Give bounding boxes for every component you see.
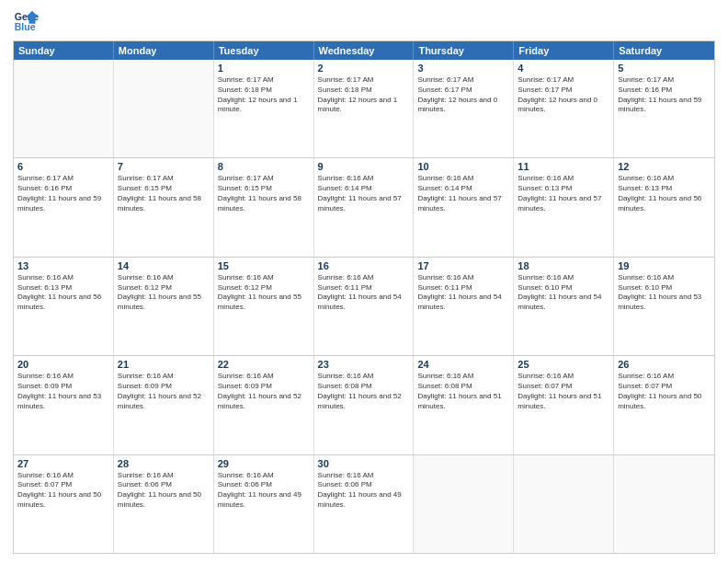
day-number: 18: [518, 260, 609, 271]
calendar-header: SundayMondayTuesdayWednesdayThursdayFrid…: [14, 41, 714, 60]
cal-cell: 8 Sunrise: 6:17 AM Sunset: 6:15 PM Dayli…: [214, 158, 314, 256]
day-info: Sunrise: 6:16 AM Sunset: 6:11 PM Dayligh…: [318, 273, 410, 313]
header-day-friday: Friday: [514, 41, 614, 60]
cal-cell: 9 Sunrise: 6:16 AM Sunset: 6:14 PM Dayli…: [314, 158, 415, 256]
cal-cell: [14, 60, 114, 157]
cal-cell: 19 Sunrise: 6:16 AM Sunset: 6:10 PM Dayl…: [614, 258, 714, 355]
day-number: 8: [218, 161, 310, 172]
cal-cell: 25 Sunrise: 6:16 AM Sunset: 6:07 PM Dayl…: [514, 356, 614, 454]
cal-cell: [414, 455, 514, 553]
cal-cell: 20 Sunrise: 6:16 AM Sunset: 6:09 PM Dayl…: [14, 356, 114, 454]
day-info: Sunrise: 6:16 AM Sunset: 6:06 PM Dayligh…: [318, 471, 410, 511]
day-info: Sunrise: 6:16 AM Sunset: 6:07 PM Dayligh…: [518, 372, 609, 411]
day-info: Sunrise: 6:17 AM Sunset: 6:15 PM Dayligh…: [218, 174, 310, 213]
day-number: 4: [518, 63, 609, 74]
day-number: 7: [118, 161, 210, 172]
cal-cell: 27 Sunrise: 6:16 AM Sunset: 6:07 PM Dayl…: [14, 455, 114, 553]
header-day-saturday: Saturday: [614, 41, 714, 60]
day-number: 13: [17, 260, 109, 271]
day-number: 6: [17, 161, 109, 172]
day-number: 20: [17, 359, 109, 370]
day-number: 24: [417, 359, 509, 370]
logo: General Blue: [13, 9, 39, 35]
day-number: 28: [118, 458, 210, 469]
header-day-tuesday: Tuesday: [214, 41, 314, 60]
cal-cell: 24 Sunrise: 6:16 AM Sunset: 6:08 PM Dayl…: [414, 356, 514, 454]
day-number: 30: [318, 458, 410, 469]
day-number: 15: [218, 260, 310, 271]
day-info: Sunrise: 6:16 AM Sunset: 6:12 PM Dayligh…: [118, 273, 210, 313]
week-row-1: 1 Sunrise: 6:17 AM Sunset: 6:18 PM Dayli…: [14, 60, 714, 157]
day-number: 22: [218, 359, 310, 370]
cal-cell: 15 Sunrise: 6:16 AM Sunset: 6:12 PM Dayl…: [214, 258, 314, 355]
day-number: 27: [17, 458, 109, 469]
cal-cell: 6 Sunrise: 6:17 AM Sunset: 6:16 PM Dayli…: [14, 158, 114, 256]
header-day-thursday: Thursday: [414, 41, 514, 60]
day-info: Sunrise: 6:16 AM Sunset: 6:10 PM Dayligh…: [618, 273, 711, 313]
cal-cell: 11 Sunrise: 6:16 AM Sunset: 6:13 PM Dayl…: [514, 158, 614, 256]
day-number: 29: [218, 458, 310, 469]
cal-cell: 4 Sunrise: 6:17 AM Sunset: 6:17 PM Dayli…: [514, 60, 614, 157]
week-row-2: 6 Sunrise: 6:17 AM Sunset: 6:16 PM Dayli…: [14, 157, 714, 256]
cal-cell: 16 Sunrise: 6:16 AM Sunset: 6:11 PM Dayl…: [314, 258, 415, 355]
cal-cell: [514, 455, 614, 553]
day-info: Sunrise: 6:16 AM Sunset: 6:07 PM Dayligh…: [618, 372, 711, 411]
day-info: Sunrise: 6:16 AM Sunset: 6:09 PM Dayligh…: [17, 372, 109, 411]
week-row-5: 27 Sunrise: 6:16 AM Sunset: 6:07 PM Dayl…: [14, 454, 714, 553]
cal-cell: 29 Sunrise: 6:16 AM Sunset: 6:06 PM Dayl…: [214, 455, 314, 553]
cal-cell: 12 Sunrise: 6:16 AM Sunset: 6:13 PM Dayl…: [614, 158, 714, 256]
week-row-3: 13 Sunrise: 6:16 AM Sunset: 6:13 PM Dayl…: [14, 257, 714, 355]
day-info: Sunrise: 6:16 AM Sunset: 6:13 PM Dayligh…: [618, 174, 711, 213]
day-number: 3: [417, 63, 509, 74]
logo-icon: General Blue: [13, 9, 39, 35]
calendar-body: 1 Sunrise: 6:17 AM Sunset: 6:18 PM Dayli…: [14, 60, 714, 553]
cal-cell: [114, 60, 214, 157]
day-info: Sunrise: 6:16 AM Sunset: 6:08 PM Dayligh…: [417, 372, 509, 411]
cal-cell: 18 Sunrise: 6:16 AM Sunset: 6:10 PM Dayl…: [514, 258, 614, 355]
day-number: 1: [218, 63, 310, 74]
cal-cell: 26 Sunrise: 6:16 AM Sunset: 6:07 PM Dayl…: [614, 356, 714, 454]
day-number: 11: [518, 161, 609, 172]
day-info: Sunrise: 6:16 AM Sunset: 6:08 PM Dayligh…: [318, 372, 410, 411]
week-row-4: 20 Sunrise: 6:16 AM Sunset: 6:09 PM Dayl…: [14, 355, 714, 454]
day-info: Sunrise: 6:16 AM Sunset: 6:09 PM Dayligh…: [218, 372, 310, 411]
day-info: Sunrise: 6:16 AM Sunset: 6:06 PM Dayligh…: [218, 471, 310, 511]
cal-cell: [614, 455, 714, 553]
header-day-wednesday: Wednesday: [314, 41, 415, 60]
cal-cell: 7 Sunrise: 6:17 AM Sunset: 6:15 PM Dayli…: [114, 158, 214, 256]
day-number: 26: [618, 359, 711, 370]
day-info: Sunrise: 6:16 AM Sunset: 6:07 PM Dayligh…: [17, 471, 109, 511]
page: General Blue SundayMondayTuesdayWednesda…: [0, 0, 728, 563]
header-day-sunday: Sunday: [14, 41, 114, 60]
day-info: Sunrise: 6:17 AM Sunset: 6:16 PM Dayligh…: [17, 174, 109, 213]
day-info: Sunrise: 6:16 AM Sunset: 6:10 PM Dayligh…: [518, 273, 609, 313]
day-info: Sunrise: 6:16 AM Sunset: 6:09 PM Dayligh…: [118, 372, 210, 411]
day-number: 25: [518, 359, 609, 370]
cal-cell: 23 Sunrise: 6:16 AM Sunset: 6:08 PM Dayl…: [314, 356, 415, 454]
day-info: Sunrise: 6:16 AM Sunset: 6:11 PM Dayligh…: [417, 273, 509, 313]
day-info: Sunrise: 6:17 AM Sunset: 6:17 PM Dayligh…: [417, 75, 509, 115]
day-info: Sunrise: 6:16 AM Sunset: 6:14 PM Dayligh…: [318, 174, 410, 213]
day-number: 21: [118, 359, 210, 370]
header: General Blue: [13, 9, 715, 35]
cal-cell: 5 Sunrise: 6:17 AM Sunset: 6:16 PM Dayli…: [614, 60, 714, 157]
day-info: Sunrise: 6:17 AM Sunset: 6:17 PM Dayligh…: [518, 75, 609, 115]
day-info: Sunrise: 6:16 AM Sunset: 6:12 PM Dayligh…: [218, 273, 310, 313]
cal-cell: 10 Sunrise: 6:16 AM Sunset: 6:14 PM Dayl…: [414, 158, 514, 256]
day-info: Sunrise: 6:17 AM Sunset: 6:15 PM Dayligh…: [118, 174, 210, 213]
day-info: Sunrise: 6:17 AM Sunset: 6:18 PM Dayligh…: [218, 75, 310, 115]
day-number: 12: [618, 161, 711, 172]
cal-cell: 2 Sunrise: 6:17 AM Sunset: 6:18 PM Dayli…: [314, 60, 415, 157]
cal-cell: 3 Sunrise: 6:17 AM Sunset: 6:17 PM Dayli…: [414, 60, 514, 157]
day-number: 17: [417, 260, 509, 271]
day-number: 23: [318, 359, 410, 370]
day-info: Sunrise: 6:16 AM Sunset: 6:13 PM Dayligh…: [518, 174, 609, 213]
cal-cell: 30 Sunrise: 6:16 AM Sunset: 6:06 PM Dayl…: [314, 455, 415, 553]
cal-cell: 14 Sunrise: 6:16 AM Sunset: 6:12 PM Dayl…: [114, 258, 214, 355]
cal-cell: 22 Sunrise: 6:16 AM Sunset: 6:09 PM Dayl…: [214, 356, 314, 454]
day-number: 10: [417, 161, 509, 172]
calendar: SundayMondayTuesdayWednesdayThursdayFrid…: [13, 40, 715, 554]
cal-cell: 28 Sunrise: 6:16 AM Sunset: 6:06 PM Dayl…: [114, 455, 214, 553]
day-number: 5: [618, 63, 711, 74]
day-info: Sunrise: 6:16 AM Sunset: 6:14 PM Dayligh…: [417, 174, 509, 213]
